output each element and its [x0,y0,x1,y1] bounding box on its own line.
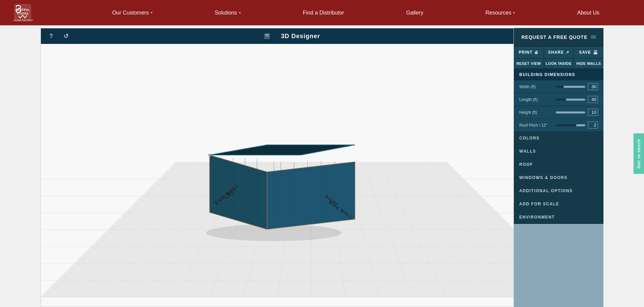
pitch-slider[interactable] [556,124,585,126]
menu-item-windows-doors[interactable]: WINDOWS & DOORS [514,171,603,184]
dimension-row-width: Width (ft) 30 [514,80,603,93]
brand[interactable]: CENTRAL STATES 100% EMPLOYEE OWNED [14,3,54,22]
height-slider-fill [556,111,560,113]
reset-view-button[interactable]: RESET VIEW [514,58,544,69]
sidebar-footer [514,224,603,307]
dimensions-header: BUILDING DIMENSIONS [514,69,603,80]
sidebar-panel: REQUEST A FREE QUOTE ✉ PRINT 🖨 SHARE ↗ S… [514,28,603,307]
nav-gallery[interactable]: Gallery [399,6,430,19]
svg-marker-33 [267,162,355,229]
viewer-toolbar: ? ↺ CENTRAL STATES BUILDING WORKS 3D Des… [41,28,514,44]
print-icon: 🖨 [534,50,539,55]
quote-icon: ✉ [591,33,596,41]
navbar: CENTRAL STATES 100% EMPLOYEE OWNED Our C… [0,0,644,25]
help-icon[interactable]: ? [46,33,56,40]
look-inside-button[interactable]: LOOK INSIDE [544,58,574,69]
nav-our-customers[interactable]: Our Customers ▾ [105,6,159,19]
width-slider[interactable] [556,86,585,88]
dimension-row-length: Length (ft) 40 [514,93,603,106]
undo-icon[interactable]: ↺ [61,32,71,40]
viewer-panel: ? ↺ CENTRAL STATES BUILDING WORKS 3D Des… [41,28,514,307]
request-quote-button[interactable]: REQUEST A FREE QUOTE ✉ [514,28,603,47]
menu-item-environment[interactable]: ENVIRONMENT [514,211,603,224]
menu-item-roof[interactable]: ROOF [514,158,603,171]
toolbar-center: CENTRAL STATES BUILDING WORKS 3D Designe… [76,31,508,41]
chevron-down-icon: ▾ [513,11,515,15]
nav-resources[interactable]: Resources ▾ [479,6,522,19]
save-button[interactable]: SAVE 💾 [574,47,603,58]
nav-links: Our Customers ▾ Solutions ▾ Find a Distr… [81,6,630,19]
pitch-slider-fill [556,124,576,126]
save-icon: 💾 [593,50,598,55]
length-value[interactable]: 40 [588,96,598,103]
svg-marker-34 [210,145,355,155]
svg-marker-32 [210,155,267,229]
viewer-canvas[interactable]: LEFT END WALL RIGHT SIDE WALL [41,44,514,307]
svg-text:BUILDING WORKS: BUILDING WORKS [265,38,270,39]
width-value[interactable]: 30 [588,83,598,90]
chevron-down-icon: ▾ [151,11,152,15]
menu-item-additional-options[interactable]: ADDITIONAL OPTIONS [514,184,603,198]
dimension-row-height: Height (ft) 10 [514,106,603,119]
action-buttons: PRINT 🖨 SHARE ↗ SAVE 💾 [514,47,603,58]
svg-rect-49 [208,154,211,156]
menu-item-colors[interactable]: COLORS [514,132,603,145]
nav-solutions[interactable]: Solutions ▾ [208,6,247,19]
nav-about-us[interactable]: About Us [570,6,606,19]
width-slider-fill [556,86,564,88]
length-slider[interactable] [556,99,585,101]
hide-walls-button[interactable]: HIDE WALLS [574,58,603,69]
main-content: ? ↺ CENTRAL STATES BUILDING WORKS 3D Des… [0,25,644,307]
chevron-down-icon: ▾ [239,11,241,15]
length-slider-fill [556,99,566,101]
logo: CENTRAL STATES 100% EMPLOYEE OWNED [14,3,54,22]
building-scene: LEFT END WALL RIGHT SIDE WALL [41,44,514,307]
designer-title: 3D Designer [281,33,320,40]
get-in-touch-tab[interactable]: Get in touch [634,133,644,174]
share-button[interactable]: SHARE ↗ [544,47,574,58]
height-value[interactable]: 10 [588,109,598,116]
svg-text:100% EMPLOYEE OWNED: 100% EMPLOYEE OWNED [14,19,33,21]
menu-item-add-for-scale[interactable]: ADD FOR SCALE [514,198,603,211]
view-buttons: RESET VIEW LOOK INSIDE HIDE WALLS [514,58,603,69]
share-icon: ↗ [566,50,569,55]
print-button[interactable]: PRINT 🖨 [514,47,544,58]
dimension-row-pitch: Roof Pitch / 12" 2 [514,119,603,132]
designer-wrapper: ? ↺ CENTRAL STATES BUILDING WORKS 3D Des… [0,28,644,307]
nav-find-distributor[interactable]: Find a Distributor [296,6,351,19]
menu-item-walls[interactable]: WALLS [514,145,603,158]
height-slider[interactable] [556,111,585,113]
menu-items: COLORS WALLS ROOF WINDOWS & DOORS ADDITI… [514,132,603,224]
pitch-value[interactable]: 2 [588,122,598,129]
cs-logo-small: CENTRAL STATES BUILDING WORKS [264,31,278,41]
